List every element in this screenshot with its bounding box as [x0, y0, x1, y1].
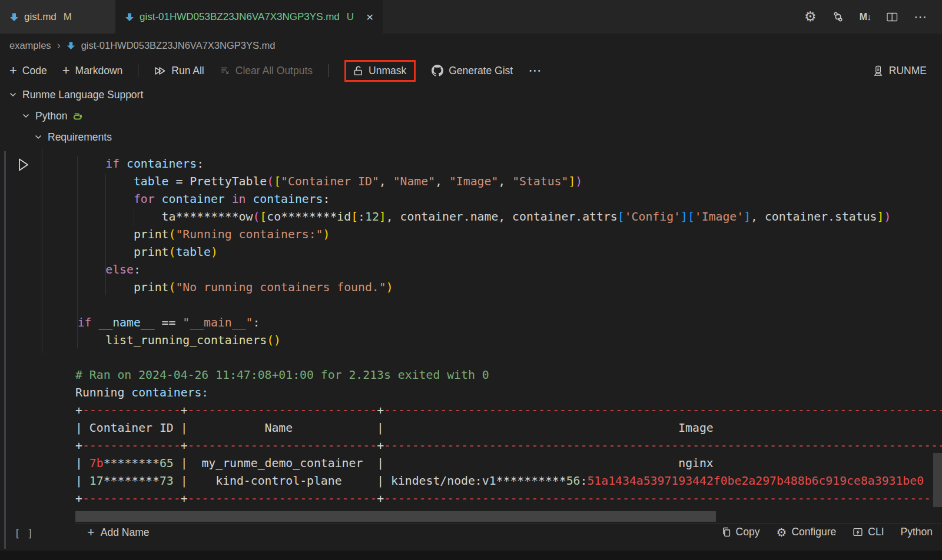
editor-actions: ⚙ M↓ ⋯	[804, 0, 942, 34]
breadcrumb-separator: ›	[57, 39, 61, 52]
cli-button[interactable]: CLI	[853, 526, 884, 538]
run-all-button[interactable]: Run All	[154, 65, 204, 77]
tab-bar: gist.md M gist-01HWD053BZ23JN6VA7X3NGP3Y…	[0, 0, 942, 34]
runme-logo-icon	[873, 65, 884, 76]
snake-emoji-icon	[72, 111, 83, 121]
code-editor[interactable]: if containers: table = PrettyTable(["Con…	[49, 155, 891, 349]
modified-badge: M	[64, 11, 72, 23]
outline-label: Runme Language Support	[22, 89, 143, 101]
tab-gist-id-md[interactable]: gist-01HWD053BZ23JN6VA7X3NGP3YS.md U ×	[115, 0, 383, 34]
outline-item-requirements[interactable]: Requirements	[0, 126, 143, 148]
clear-all-outputs-button[interactable]: Clear All Outputs	[220, 65, 313, 77]
breadcrumb-file[interactable]: gist-01HWD053BZ23JN6VA7X3NGP3YS.md	[81, 40, 276, 51]
unmask-label: Unmask	[369, 65, 406, 77]
tab-gist-md[interactable]: gist.md M	[0, 0, 115, 34]
settings-gear-icon[interactable]: ⚙	[804, 10, 817, 24]
run-all-icon	[154, 66, 166, 76]
add-name-label: Add Name	[101, 526, 150, 539]
outline-label: Python	[35, 110, 67, 122]
statusbar-divider	[75, 523, 942, 524]
add-markdown-label: Markdown	[75, 65, 123, 77]
markdown-file-icon	[9, 12, 19, 22]
markdown-preview-icon[interactable]: M↓	[860, 12, 871, 22]
close-tab-icon[interactable]: ×	[366, 11, 373, 23]
more-actions-icon[interactable]: ⋯	[914, 11, 928, 24]
breadcrumb-folder[interactable]: examples	[9, 40, 51, 51]
add-markdown-button[interactable]: + Markdown	[62, 64, 123, 77]
plus-icon: +	[87, 526, 95, 539]
add-code-label: Code	[22, 65, 47, 77]
unlock-icon	[353, 65, 363, 76]
generate-gist-button[interactable]: Generate Gist	[432, 65, 513, 77]
tab-label: gist-01HWD053BZ23JN6VA7X3NGP3YS.md	[140, 11, 340, 23]
breadcrumb: examples › gist-01HWD053BZ23JN6VA7X3NGP3…	[0, 34, 942, 57]
run-all-label: Run All	[171, 65, 204, 77]
document-outline: Runme Language Support Python Requiremen…	[0, 84, 143, 148]
chevron-down-icon	[9, 91, 17, 99]
github-octocat-icon	[432, 65, 443, 76]
unmask-button-highlighted[interactable]: Unmask	[344, 60, 416, 82]
toolbar-divider	[328, 64, 329, 77]
bottom-strip	[0, 551, 942, 560]
runme-label: RUNME	[889, 65, 927, 77]
cli-icon	[853, 527, 863, 537]
clear-all-label: Clear All Outputs	[236, 65, 313, 77]
plus-icon: +	[9, 64, 17, 77]
chevron-down-icon	[22, 112, 30, 120]
untracked-badge: U	[347, 11, 354, 23]
toolbar-divider	[138, 64, 138, 77]
play-icon	[15, 156, 32, 174]
python-label: Python	[901, 526, 933, 538]
add-code-button[interactable]: + Code	[9, 64, 47, 77]
vertical-scrollbar-thumb[interactable]	[933, 453, 942, 507]
cell-focus-indicator	[4, 151, 6, 549]
add-name-button[interactable]: + Add Name	[87, 526, 150, 539]
outline-item-python[interactable]: Python	[0, 105, 143, 126]
runme-brand: RUNME	[873, 65, 933, 77]
copy-icon	[721, 527, 731, 537]
clear-all-icon	[220, 66, 230, 75]
outline-label: Requirements	[48, 131, 112, 144]
cell-output: # Ran on 2024-04-26 11:47:08+01:00 for 2…	[75, 366, 942, 508]
copy-button[interactable]: Copy	[721, 526, 760, 538]
open-changes-icon[interactable]	[832, 11, 844, 22]
cli-label: CLI	[868, 526, 884, 538]
markdown-file-icon	[67, 41, 75, 50]
outline-item-runme-language-support[interactable]: Runme Language Support	[0, 84, 143, 105]
notebook-toolbar: + Code + Markdown Run All Clear All Outp…	[0, 57, 942, 84]
configure-button[interactable]: ⚙ Configure	[776, 526, 836, 538]
vscode-window: gist.md M gist-01HWD053BZ23JN6VA7X3NGP3Y…	[0, 0, 942, 560]
copy-label: Copy	[736, 526, 760, 538]
plus-icon: +	[62, 64, 70, 77]
cell-statusbar-actions: Copy ⚙ Configure CLI Python	[721, 526, 933, 538]
run-cell-button[interactable]	[15, 156, 32, 174]
toolbar-more-icon[interactable]: ⋯	[528, 64, 542, 77]
chevron-down-icon	[34, 133, 42, 141]
language-indicator[interactable]: Python	[901, 526, 933, 538]
tab-label: gist.md	[24, 11, 57, 23]
markdown-file-icon	[125, 12, 134, 22]
gear-icon: ⚙	[776, 526, 787, 538]
cell-brackets-icon: [ ]	[14, 527, 34, 539]
horizontal-scrollbar-thumb[interactable]	[75, 511, 716, 522]
generate-gist-label: Generate Gist	[449, 65, 513, 77]
cell-gutter-divider	[42, 148, 43, 354]
configure-label: Configure	[791, 526, 836, 538]
split-editor-icon[interactable]	[887, 12, 898, 22]
